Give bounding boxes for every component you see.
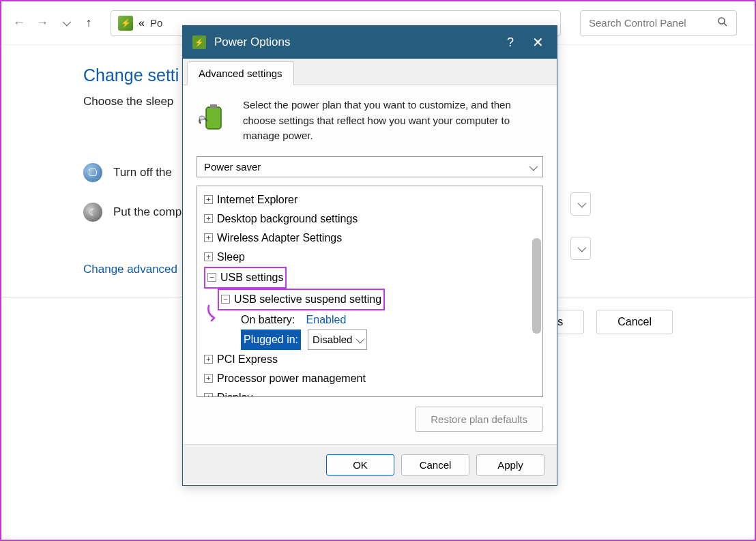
- sleep-dropdown[interactable]: [570, 237, 591, 260]
- settings-tree: +Internet Explorer +Desktop background s…: [197, 186, 543, 397]
- back-button[interactable]: ←: [12, 16, 26, 30]
- search-input[interactable]: Search Control Panel: [580, 10, 737, 36]
- svg-line-1: [724, 23, 727, 26]
- dialog-icon: ⚡: [192, 35, 206, 49]
- tree-item-pci[interactable]: +PCI Express: [204, 350, 536, 369]
- tab-strip: Advanced settings: [183, 59, 557, 85]
- plan-value: Power saver: [204, 161, 261, 173]
- dialog-titlebar[interactable]: ⚡ Power Options ? ✕: [183, 26, 557, 59]
- search-placeholder: Search Control Panel: [589, 17, 686, 29]
- expand-icon[interactable]: +: [204, 252, 213, 261]
- expand-icon[interactable]: +: [204, 393, 213, 396]
- tab-body: Select the power plan that you want to c…: [183, 85, 557, 444]
- moon-icon: ☾: [83, 203, 102, 222]
- tree-item-processor[interactable]: +Processor power management: [204, 369, 536, 388]
- on-battery-value[interactable]: Enabled: [306, 310, 347, 330]
- display-off-dropdown[interactable]: [570, 192, 591, 216]
- ok-button[interactable]: OK: [326, 454, 394, 476]
- tree-item-ie[interactable]: +Internet Explorer: [204, 190, 536, 209]
- expand-icon[interactable]: +: [204, 374, 213, 383]
- power-icon: ⚡: [118, 16, 133, 31]
- expand-icon[interactable]: +: [204, 214, 213, 223]
- expand-icon[interactable]: +: [204, 355, 213, 364]
- plugged-in-row[interactable]: Plugged in: Disabled: [204, 330, 536, 350]
- history-dropdown[interactable]: [59, 16, 72, 30]
- tree-item-usb-suspend[interactable]: −USB selective suspend setting: [204, 289, 536, 310]
- expand-icon[interactable]: +: [204, 233, 213, 242]
- svg-rect-3: [210, 104, 217, 108]
- tree-item-wireless[interactable]: +Wireless Adapter Settings: [204, 229, 536, 248]
- intro-section: Select the power plan that you want to c…: [197, 98, 543, 144]
- tree-item-sleep[interactable]: +Sleep: [204, 248, 536, 267]
- chevron-down-icon: [529, 161, 536, 173]
- bg-cancel-button[interactable]: Cancel: [596, 310, 673, 334]
- intro-text: Select the power plan that you want to c…: [243, 98, 543, 144]
- forward-button[interactable]: →: [35, 16, 49, 30]
- on-battery-label: On battery:: [241, 310, 295, 330]
- apply-button[interactable]: Apply: [476, 454, 544, 476]
- tab-advanced[interactable]: Advanced settings: [187, 61, 294, 85]
- dialog-title: Power Options: [214, 35, 493, 49]
- plugged-in-select[interactable]: Disabled: [308, 330, 367, 350]
- dialog-footer: OK Cancel Apply: [183, 444, 557, 485]
- monitor-icon: 🖵: [83, 163, 102, 182]
- breadcrumb-text: Po: [150, 17, 162, 29]
- help-button[interactable]: ?: [501, 35, 520, 50]
- close-button[interactable]: ✕: [528, 34, 547, 50]
- on-battery-row[interactable]: On battery: Enabled: [204, 310, 536, 330]
- chevron-down-icon: [356, 331, 362, 349]
- svg-rect-2: [206, 107, 221, 129]
- tree-item-usb[interactable]: −USB settings: [204, 267, 536, 289]
- search-icon: [717, 16, 728, 29]
- tree-item-desktop-bg[interactable]: +Desktop background settings: [204, 209, 536, 229]
- plan-select[interactable]: Power saver: [197, 156, 543, 177]
- power-options-dialog: ⚡ Power Options ? ✕ Advanced settings Se…: [182, 25, 557, 486]
- advanced-link[interactable]: Change advanced: [83, 263, 177, 276]
- svg-point-4: [199, 116, 205, 120]
- battery-plug-icon: [197, 98, 232, 133]
- scrollbar-thumb[interactable]: [532, 238, 541, 334]
- expand-icon[interactable]: +: [204, 195, 213, 204]
- sleep-label: Put the comp: [113, 205, 181, 219]
- breadcrumb-prefix: «: [139, 17, 145, 29]
- svg-point-0: [718, 18, 725, 24]
- display-off-label: Turn off the: [113, 166, 172, 179]
- up-button[interactable]: ↑: [82, 16, 96, 30]
- tree-item-display[interactable]: +Display: [204, 388, 536, 397]
- plugged-in-label: Plugged in:: [241, 330, 301, 350]
- collapse-icon[interactable]: −: [207, 273, 216, 282]
- collapse-icon[interactable]: −: [221, 295, 230, 304]
- restore-defaults-button[interactable]: Restore plan defaults: [415, 407, 543, 432]
- cancel-button[interactable]: Cancel: [401, 454, 469, 476]
